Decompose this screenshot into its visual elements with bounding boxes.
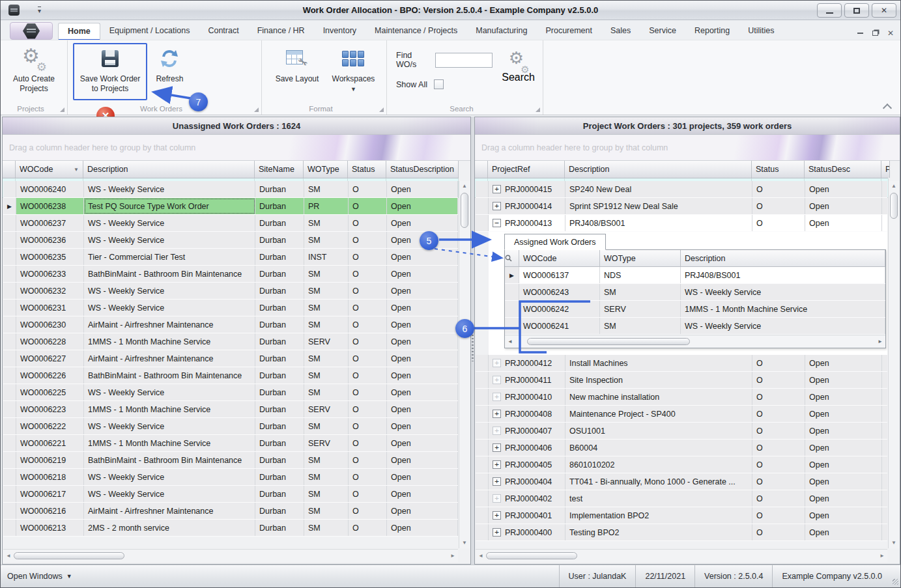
column-header-wocode[interactable]: WOCode▼ [16, 161, 83, 178]
cell-statusdesc[interactable]: Open [805, 440, 882, 456]
dialog-launcher-icon[interactable] [60, 107, 64, 112]
table-row[interactable]: ▶WO0006238Test PQ Source Type Work Order… [3, 198, 458, 215]
cell-status[interactable]: O [349, 316, 387, 333]
table-row[interactable]: WO0006216AirMaint - Airfreshner Maintena… [3, 503, 458, 520]
cell-wotype[interactable]: SM [304, 316, 349, 333]
cell-wocode[interactable]: WO0006137 [519, 267, 600, 283]
cell-description[interactable]: 1MMS - 1 Month Machine Service [681, 301, 885, 317]
cell-statusdescription[interactable]: Open [387, 283, 458, 299]
cell-description[interactable]: B60004 [565, 440, 752, 456]
cell-projectref[interactable]: −PRJ0000413 [489, 215, 565, 231]
project-row[interactable]: +PRJ0000401Implementation BPO2OOpen [476, 507, 887, 524]
sort-filter-icon[interactable]: ▼ [74, 167, 79, 173]
expand-row-icon[interactable]: + [493, 427, 501, 435]
cell-description[interactable]: BathBinMaint - Bathroom Bin Maintenance [84, 266, 255, 282]
collapse-ribbon-icon[interactable] [883, 104, 891, 109]
cell-wocode[interactable]: WO0006222 [16, 418, 84, 434]
cell-statusdescription[interactable]: Open [387, 435, 458, 451]
cell-description[interactable]: 2MS - 2 month service [84, 520, 255, 536]
expand-row-icon[interactable]: + [493, 393, 501, 401]
cell-wocode[interactable]: WO0006226 [16, 367, 84, 384]
detail-column-header-description[interactable]: Description [681, 250, 885, 266]
cell-proj[interactable] [882, 490, 887, 507]
cell-statusdescription[interactable]: Open [387, 198, 458, 214]
mdi-close-icon[interactable]: ✕ [887, 29, 894, 37]
search-button[interactable]: ⚙⚙ Search [502, 51, 535, 83]
cell-status[interactable]: O [349, 435, 387, 451]
expand-row-icon[interactable]: + [493, 528, 501, 537]
cell-status[interactable]: O [752, 215, 805, 231]
cell-sitename[interactable]: Durban [255, 435, 304, 451]
assigned-work-order-row[interactable]: WO0006242SERV1MMS - 1 Month Machine Serv… [505, 301, 885, 318]
cell-wotype[interactable]: SM [600, 318, 681, 334]
close-button[interactable]: ✕ [872, 3, 896, 18]
expand-row-icon[interactable]: + [493, 202, 501, 210]
cell-projectref[interactable]: +PRJ0000400 [489, 524, 565, 540]
column-header-status[interactable]: Status [348, 161, 386, 178]
tab-assigned-work-orders[interactable]: Assigned Work Orders [504, 234, 606, 250]
cell-sitename[interactable]: Durban [255, 316, 304, 333]
cell-wotype[interactable]: PR [304, 198, 349, 214]
cell-description[interactable]: Implementation BPO2 [565, 507, 752, 524]
cell-description[interactable]: 1MMS - 1 Month Machine Service [84, 435, 255, 451]
cell-wotype[interactable]: SM [304, 469, 349, 485]
scrollbar-thumb[interactable] [486, 552, 577, 559]
cell-wotype[interactable]: SM [304, 486, 349, 502]
cell-sitename[interactable]: Durban [255, 401, 304, 417]
table-row[interactable]: WO0006232WS - Weekly ServiceDurbanSMOOpe… [3, 283, 458, 300]
cell-wocode[interactable]: WO0006238 [16, 198, 84, 214]
cell-wotype[interactable]: SM [304, 452, 349, 468]
cell-wotype[interactable]: SERV [304, 435, 349, 451]
resize-grip-icon[interactable] [891, 565, 900, 587]
cell-description[interactable]: PRJ408/BS001 [681, 267, 885, 283]
cell-wotype[interactable]: NDS [600, 267, 681, 283]
cell-wocode[interactable]: WO0006235 [16, 249, 84, 265]
save-work-order-to-projects-button[interactable]: Save Work Order to Projects [73, 43, 147, 100]
cell-wocode[interactable]: WO0006230 [16, 316, 84, 333]
cell-description[interactable]: OSU1001 [565, 423, 752, 439]
cell-sitename[interactable]: Durban [255, 283, 304, 299]
project-row[interactable]: +PRJ0000404TT041 - Bi-annually, Mono 100… [476, 473, 887, 490]
cell-proj[interactable] [882, 215, 887, 231]
cell-proj[interactable] [882, 440, 887, 456]
find-wos-input[interactable] [435, 53, 493, 68]
cell-wocode[interactable]: WO0006233 [16, 266, 84, 282]
cell-wotype[interactable]: SM [304, 503, 349, 519]
cell-status[interactable]: O [752, 524, 805, 540]
project-row[interactable]: +PRJ0000410New machine installationOOpen [476, 389, 887, 406]
cell-statusdesc[interactable]: Open [805, 215, 882, 231]
expand-row-icon[interactable]: + [493, 443, 501, 452]
scroll-down-icon[interactable]: ▼ [889, 538, 899, 548]
cell-proj[interactable] [882, 372, 887, 388]
cell-sitename[interactable]: Durban [255, 503, 304, 519]
project-row[interactable]: +PRJ0000408Maintenance Project - SP400OO… [476, 406, 887, 423]
column-header-description[interactable]: Description [565, 161, 752, 178]
left-vertical-scrollbar[interactable]: ▲ ▼ [459, 181, 470, 548]
dialog-launcher-icon[interactable] [254, 107, 259, 112]
cell-wotype[interactable]: SM [304, 266, 349, 282]
cell-statusdescription[interactable]: Open [387, 333, 458, 350]
table-row[interactable]: WO0006236WS - Weekly ServiceDurbanSMOOpe… [3, 232, 458, 249]
cell-description[interactable]: 1MMS - 1 Month Machine Service [84, 333, 255, 350]
column-header-status[interactable]: Status [752, 161, 805, 178]
cell-description[interactable]: WS - Weekly Service [84, 300, 255, 316]
cell-wotype[interactable]: SM [600, 284, 681, 300]
cell-statusdescription[interactable]: Open [387, 367, 458, 384]
tab-inventory[interactable]: Inventory [314, 23, 365, 40]
cell-proj[interactable] [882, 423, 887, 439]
cell-wocode[interactable]: WO0006227 [16, 350, 84, 367]
cell-status[interactable]: O [349, 232, 387, 248]
cell-status[interactable]: O [752, 181, 805, 197]
table-row[interactable]: WO00062132MS - 2 month serviceDurbanSMOO… [3, 520, 458, 537]
table-row[interactable]: WO0006218WS - Weekly ServiceDurbanSMOOpe… [3, 469, 458, 486]
cell-wocode[interactable]: WO0006223 [16, 401, 84, 417]
assigned-work-order-row[interactable]: WO0006243SMWS - Weekly Service [505, 284, 885, 301]
table-row[interactable]: WO0006231WS - Weekly ServiceDurbanSMOOpe… [3, 300, 458, 316]
detail-column-header-wocode[interactable]: WOCode [519, 250, 600, 266]
cell-projectref[interactable]: +PRJ0000402 [489, 490, 565, 507]
cell-description[interactable]: BathBinMaint - Bathroom Bin Maintenance [84, 452, 255, 468]
project-row[interactable]: +PRJ0000407OSU1001OOpen [476, 423, 887, 440]
table-row[interactable]: WO00062231MMS - 1 Month Machine ServiceD… [3, 401, 458, 418]
cell-status[interactable]: O [349, 367, 387, 384]
cell-statusdescription[interactable]: Open [387, 300, 458, 316]
